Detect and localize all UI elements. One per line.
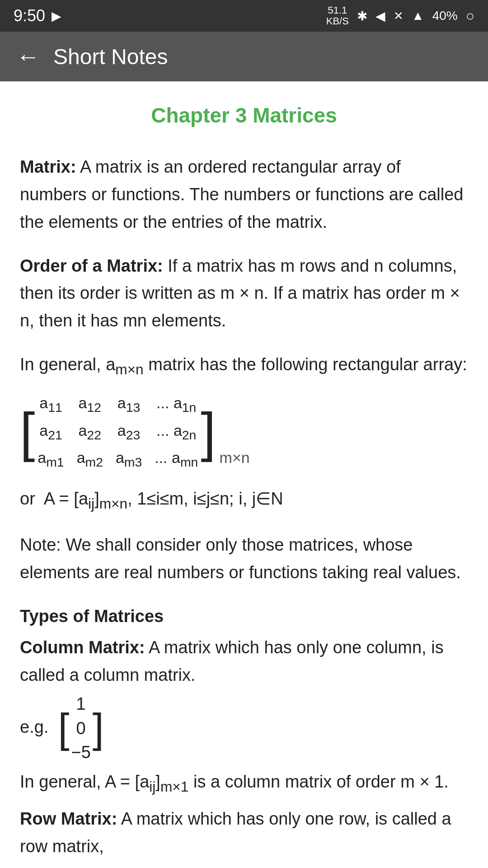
section-general-array: In general, am×n matrix has the followin… bbox=[20, 351, 468, 515]
general-intro: In general, am×n matrix has the followin… bbox=[20, 351, 468, 381]
col-val-1: 1 bbox=[76, 692, 86, 716]
cell-13: a13 bbox=[116, 392, 142, 417]
cell-11: a11 bbox=[38, 392, 64, 417]
battery-text: 40% bbox=[432, 9, 458, 23]
row-matrix-bold: Row Matrix: bbox=[20, 809, 117, 828]
subscript-mxn: m×n bbox=[115, 361, 143, 377]
battery-icon: ○ bbox=[466, 8, 474, 24]
col-val-2: 0 bbox=[76, 717, 86, 741]
back-button[interactable]: ← bbox=[16, 45, 40, 68]
cell-mn: ... amn bbox=[155, 446, 198, 472]
status-right: 51.1KB/S ✱ ◀ ✕ ▲ 40% ○ bbox=[326, 5, 474, 27]
cell-m1: am1 bbox=[38, 446, 64, 472]
status-bar: 9:50 ▶ 51.1KB/S ✱ ◀ ✕ ▲ 40% ○ bbox=[0, 0, 488, 32]
cell-22: a22 bbox=[77, 419, 103, 444]
col-values: 1 0 −5 bbox=[70, 692, 93, 764]
types-heading: Types of Matrices bbox=[20, 603, 468, 630]
row-example: e.g. [159] bbox=[20, 864, 468, 868]
cell-12: a12 bbox=[77, 392, 103, 417]
cell-m2: am2 bbox=[77, 446, 103, 472]
cell-2n: ... a2n bbox=[155, 419, 198, 444]
column-matrix-example: [ 1 0 −5 ] bbox=[58, 692, 104, 764]
col-val-3: −5 bbox=[71, 741, 91, 764]
matrix-size-label: m×n bbox=[220, 445, 250, 472]
cell-23: a23 bbox=[116, 419, 142, 444]
row-matrix-def: Row Matrix: A matrix which has only one … bbox=[20, 805, 468, 860]
section-order-def: Order of a Matrix: If a matrix has m row… bbox=[20, 252, 468, 335]
matrix-def-body: A matrix is an ordered rectangular array… bbox=[20, 157, 463, 231]
toolbar: ← Short Notes bbox=[0, 32, 488, 81]
cellular-icon: ▲ bbox=[412, 9, 424, 23]
column-matrix-def: Column Matrix: A matrix which has only o… bbox=[20, 634, 468, 689]
matrix-notation: or A = [aij]m×n, 1≤i≤m, i≤j≤n; i, j∈N bbox=[20, 485, 283, 515]
play-icon: ▶ bbox=[52, 9, 61, 24]
column-matrix-bold: Column Matrix: bbox=[20, 638, 145, 657]
matrix-right-bracket: ] bbox=[201, 405, 216, 459]
signal-icon: ◀ bbox=[375, 9, 385, 24]
wifi-icon: ✕ bbox=[394, 9, 404, 23]
section-matrix-def: Matrix: A matrix is an ordered rectangul… bbox=[20, 153, 468, 236]
col-left-bracket: [ bbox=[58, 710, 70, 747]
order-bold: Order of a Matrix: bbox=[20, 256, 163, 275]
note-text: Note: We shall consider only those matri… bbox=[20, 531, 468, 586]
matrix-bold: Matrix: bbox=[20, 157, 76, 176]
matrix-bracket-wrapper: [ a11 a12 a13 ... a1n a21 a22 a23 ... a2… bbox=[20, 392, 250, 472]
network-speed: 51.1KB/S bbox=[326, 5, 349, 27]
col-right-bracket: ] bbox=[93, 710, 104, 747]
bluetooth-icon: ✱ bbox=[357, 9, 367, 24]
cell-m3: am3 bbox=[116, 446, 142, 472]
order-def-text: Order of a Matrix: If a matrix has m row… bbox=[20, 252, 468, 335]
column-general: In general, A = [aij]m×1 is a column mat… bbox=[20, 768, 468, 798]
cell-21: a21 bbox=[38, 419, 64, 444]
status-time: 9:50 bbox=[14, 6, 45, 25]
matrix-left-bracket: [ bbox=[20, 405, 35, 459]
section-note: Note: We shall consider only those matri… bbox=[20, 531, 468, 586]
main-content: Chapter 3 Matrices Matrix: A matrix is a… bbox=[0, 81, 488, 868]
cell-1n: ... a1n bbox=[155, 392, 198, 417]
matrix-grid: a11 a12 a13 ... a1n a21 a22 a23 ... a2n … bbox=[38, 392, 198, 472]
chapter-title: Chapter 3 Matrices bbox=[20, 99, 468, 132]
toolbar-title: Short Notes bbox=[53, 44, 168, 69]
matrix-def-text: Matrix: A matrix is an ordered rectangul… bbox=[20, 153, 468, 236]
column-example-line: e.g. [ 1 0 −5 ] bbox=[20, 692, 468, 764]
matrix-display: [ a11 a12 a13 ... a1n a21 a22 a23 ... a2… bbox=[20, 392, 468, 515]
status-left: 9:50 ▶ bbox=[14, 6, 61, 25]
section-types-heading: Types of Matrices Column Matrix: A matri… bbox=[20, 603, 468, 868]
